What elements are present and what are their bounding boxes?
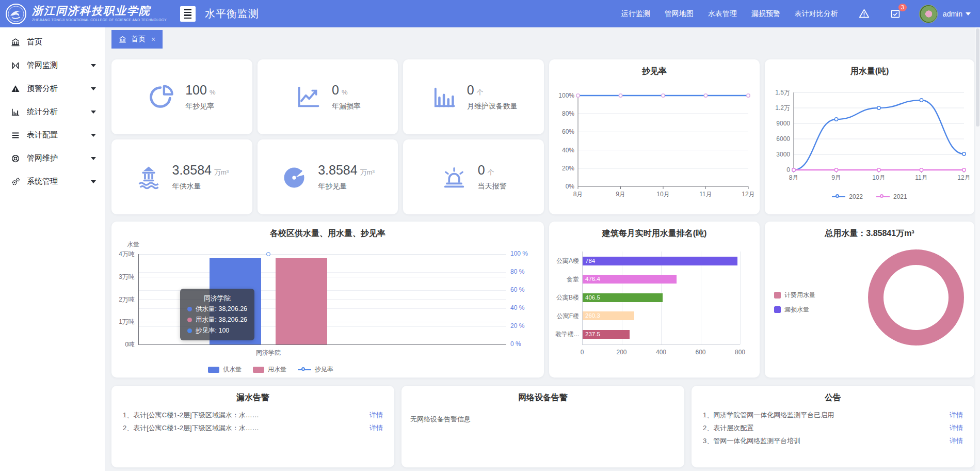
svg-text:20%: 20% — [562, 165, 574, 172]
stat-text: 3.8584万m³ 年抄见量 — [318, 163, 375, 191]
chevron-down-icon — [966, 12, 971, 15]
legend-swatch-icon — [774, 292, 781, 299]
messages-button[interactable]: 3 — [890, 9, 901, 19]
pie-chart-icon — [148, 84, 175, 111]
detail-link[interactable]: 详情 — [369, 410, 383, 420]
svg-text:8月: 8月 — [789, 174, 799, 181]
sidebar-item-4[interactable]: 统计分析 — [0, 100, 105, 123]
stat-label: 年抄见量 — [318, 182, 375, 191]
svg-text:1.5万: 1.5万 — [775, 89, 790, 96]
x-axis-tick: 800 — [730, 349, 750, 356]
chevron-down-icon — [91, 134, 96, 137]
notice-text: 3、管网一体化网络监测平台培训 — [703, 436, 800, 446]
nav-item-5[interactable]: 表计对比分析 — [795, 9, 838, 19]
alert-bell-button[interactable] — [859, 8, 870, 19]
legend-line-marker-icon — [832, 196, 845, 197]
left-axis-tick: 0吨 — [111, 340, 135, 349]
tab-home[interactable]: 首页 × — [111, 30, 163, 49]
building-rank-card: 建筑每月实时用水量排名(吨) 0200400600800公寓A楼784食堂476… — [549, 222, 760, 378]
line-trend-icon — [295, 84, 322, 111]
scrollbar-thumb[interactable] — [976, 28, 979, 127]
nav-item-1[interactable]: 运行监测 — [621, 9, 650, 19]
right-axis-tick: 20 % — [510, 322, 524, 329]
stat-label: 年抄见率 — [185, 102, 215, 111]
tab-close-icon[interactable]: × — [151, 35, 155, 43]
stat-unit: 个 — [477, 88, 484, 96]
right-axis-tick: 0 % — [510, 340, 521, 348]
legend-label: 漏损水量 — [784, 305, 809, 314]
rank-bar-公寓F楼[interactable]: 260.3 — [583, 311, 634, 320]
legend-item-供水量[interactable]: 供水量 — [208, 365, 242, 374]
sidebar-item-6[interactable]: 管网维护 — [0, 147, 105, 170]
nav-item-4[interactable]: 漏损预警 — [751, 9, 780, 19]
detail-link[interactable]: 详情 — [950, 423, 963, 433]
message-box-icon — [890, 9, 901, 19]
x-axis-tick: 200 — [612, 349, 632, 356]
svg-text:9月: 9月 — [616, 191, 625, 198]
rank-bar-公寓A楼[interactable]: 784 — [583, 257, 737, 265]
app-title: 水平衡监测 — [205, 7, 259, 21]
rank-bar-教学楼...[interactable]: 237.5 — [583, 330, 630, 339]
sidebar-item-7[interactable]: 系统管理 — [0, 170, 105, 193]
school-name-block: 浙江同济科技职业学院 ZHEJIANG TONGJI VOCATIONAL CO… — [32, 6, 167, 22]
rank-category-label: 公寓B楼 — [550, 293, 579, 302]
rank-category-label: 公寓F楼 — [550, 312, 579, 321]
legend-label: 2022 — [849, 193, 863, 200]
detail-link[interactable]: 详情 — [369, 423, 383, 433]
rank-bar-公寓B楼[interactable]: 406.5 — [583, 293, 663, 302]
legend-item-用水量[interactable]: 用水量 — [253, 365, 286, 374]
alarm-icon — [441, 164, 468, 191]
sidebar-collapse-button[interactable] — [180, 6, 196, 22]
page-scrollbar[interactable] — [975, 27, 980, 471]
panel-title: 漏水告警 — [111, 386, 394, 403]
svg-text:0%: 0% — [566, 183, 575, 190]
stat-value: 100 — [185, 83, 207, 97]
rank-category-label: 教学楼... — [550, 330, 579, 339]
detail-link[interactable]: 详情 — [950, 436, 963, 446]
sidebar: 首页 管网监测 预警分析 统计分析 表计配置 管网维护 系统管理 — [0, 27, 106, 471]
sidebar-item-3[interactable]: 预警分析 — [0, 77, 105, 100]
chevron-down-icon — [91, 87, 96, 90]
sidebar-item-1[interactable]: 首页 — [0, 30, 105, 54]
svg-text:11月: 11月 — [915, 174, 927, 181]
legend-swatch-icon — [253, 367, 264, 373]
nav-item-2[interactable]: 管网地图 — [665, 9, 694, 19]
panel-title: 网络设备告警 — [401, 386, 684, 403]
legend-item-2021[interactable]: 2021 — [876, 193, 907, 200]
notice-item-3: 3、管网一体化网络监测平台培训 详情 — [703, 436, 963, 446]
legend-item-抄见率[interactable]: 抄见率 — [298, 365, 333, 374]
school-subtitle: ZHEJIANG TONGJI VOCATIONAL COLLEGE OF SC… — [32, 19, 167, 22]
sidebar-item-label: 首页 — [27, 37, 96, 47]
nav-item-3[interactable]: 水表管理 — [708, 9, 737, 19]
legend-item-2022[interactable]: 2022 — [832, 193, 863, 200]
chart-title: 抄见率 — [549, 59, 760, 77]
chevron-down-icon — [91, 111, 96, 114]
legend-item-计费用水量[interactable]: 计费用水量 — [774, 291, 815, 300]
read-rate-chart-card: 抄见率 100%80%60%40%20%0%8月9月10月11月12月 — [549, 59, 760, 214]
svg-text:80%: 80% — [562, 110, 574, 117]
chevron-down-icon — [91, 157, 96, 160]
svg-text:100%: 100% — [558, 92, 574, 99]
gauge-icon — [281, 164, 308, 191]
notice-text: 1、同济学院管网一体化网络监测平台已启用 — [703, 410, 834, 420]
stat-unit: % — [342, 88, 348, 96]
donut-ring[interactable] — [868, 249, 964, 346]
left-axis-tick: 2万吨 — [111, 295, 135, 304]
chart-title: 用水量(吨) — [765, 59, 974, 77]
bar-用水量[interactable] — [276, 258, 327, 344]
left-axis-tick: 4万吨 — [111, 250, 135, 259]
rank-bar-食堂[interactable]: 476.4 — [583, 275, 677, 284]
stat-value: 0 — [467, 83, 474, 97]
user-menu[interactable]: admin — [943, 10, 971, 18]
username: admin — [943, 10, 962, 18]
user-avatar[interactable] — [919, 5, 938, 23]
legend-line-marker-icon — [876, 196, 890, 197]
sidebar-item-2[interactable]: 管网监测 — [0, 54, 105, 77]
detail-link[interactable]: 详情 — [950, 410, 963, 420]
y-axis-name: 水量 — [127, 240, 139, 249]
sidebar-item-5[interactable]: 表计配置 — [0, 123, 105, 147]
sidebar-item-label: 统计分析 — [27, 107, 91, 117]
right-axis-tick: 100 % — [510, 250, 528, 257]
leak-alert-list: 1、表计[公寓C楼1-2层]下级区域漏水：水…… 详情 2、表计[公寓C楼1-2… — [111, 403, 394, 433]
legend-item-漏损水量[interactable]: 漏损水量 — [774, 305, 815, 314]
